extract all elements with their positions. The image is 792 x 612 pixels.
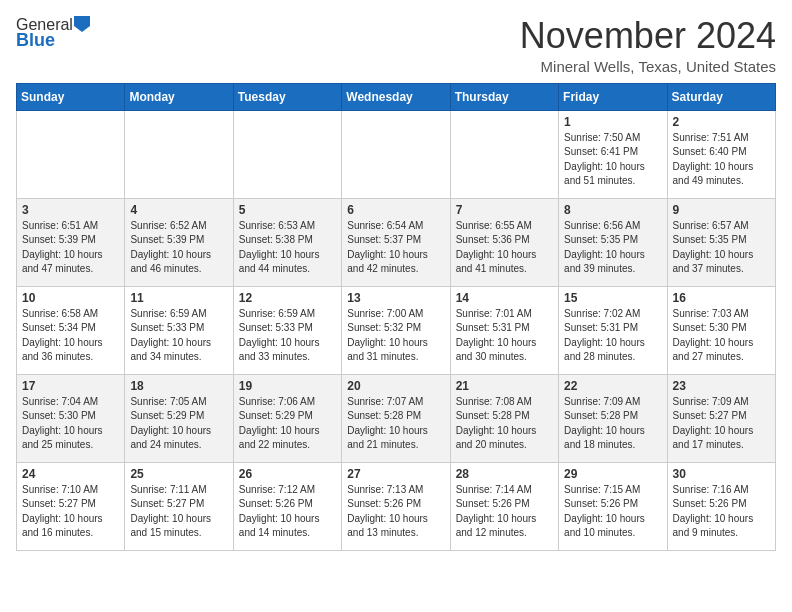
day-info: Sunrise: 7:51 AMSunset: 6:40 PMDaylight:…	[673, 131, 770, 189]
day-number: 23	[673, 379, 770, 393]
weekday-header-cell: Thursday	[450, 83, 558, 110]
calendar-day-cell: 7Sunrise: 6:55 AMSunset: 5:36 PMDaylight…	[450, 198, 558, 286]
day-number: 6	[347, 203, 444, 217]
day-number: 5	[239, 203, 336, 217]
calendar-week-row: 17Sunrise: 7:04 AMSunset: 5:30 PMDayligh…	[17, 374, 776, 462]
day-info: Sunrise: 7:11 AMSunset: 5:27 PMDaylight:…	[130, 483, 227, 541]
day-number: 10	[22, 291, 119, 305]
day-number: 24	[22, 467, 119, 481]
day-info: Sunrise: 7:50 AMSunset: 6:41 PMDaylight:…	[564, 131, 661, 189]
day-info: Sunrise: 6:59 AMSunset: 5:33 PMDaylight:…	[130, 307, 227, 365]
calendar-day-cell: 8Sunrise: 6:56 AMSunset: 5:35 PMDaylight…	[559, 198, 667, 286]
day-info: Sunrise: 6:54 AMSunset: 5:37 PMDaylight:…	[347, 219, 444, 277]
day-info: Sunrise: 6:52 AMSunset: 5:39 PMDaylight:…	[130, 219, 227, 277]
calendar-day-cell	[17, 110, 125, 198]
day-info: Sunrise: 6:59 AMSunset: 5:33 PMDaylight:…	[239, 307, 336, 365]
logo: General Blue	[16, 16, 90, 51]
day-info: Sunrise: 7:16 AMSunset: 5:26 PMDaylight:…	[673, 483, 770, 541]
month-title: November 2024	[520, 16, 776, 56]
day-number: 21	[456, 379, 553, 393]
weekday-header-cell: Saturday	[667, 83, 775, 110]
day-number: 4	[130, 203, 227, 217]
day-number: 14	[456, 291, 553, 305]
calendar-day-cell: 26Sunrise: 7:12 AMSunset: 5:26 PMDayligh…	[233, 462, 341, 550]
day-number: 9	[673, 203, 770, 217]
page-header: General Blue November 2024 Mineral Wells…	[16, 16, 776, 75]
day-info: Sunrise: 7:03 AMSunset: 5:30 PMDaylight:…	[673, 307, 770, 365]
calendar-day-cell: 9Sunrise: 6:57 AMSunset: 5:35 PMDaylight…	[667, 198, 775, 286]
calendar-day-cell: 19Sunrise: 7:06 AMSunset: 5:29 PMDayligh…	[233, 374, 341, 462]
weekday-header-cell: Tuesday	[233, 83, 341, 110]
day-info: Sunrise: 6:53 AMSunset: 5:38 PMDaylight:…	[239, 219, 336, 277]
calendar-day-cell: 17Sunrise: 7:04 AMSunset: 5:30 PMDayligh…	[17, 374, 125, 462]
calendar-week-row: 1Sunrise: 7:50 AMSunset: 6:41 PMDaylight…	[17, 110, 776, 198]
day-info: Sunrise: 7:05 AMSunset: 5:29 PMDaylight:…	[130, 395, 227, 453]
day-number: 18	[130, 379, 227, 393]
day-info: Sunrise: 6:57 AMSunset: 5:35 PMDaylight:…	[673, 219, 770, 277]
day-number: 15	[564, 291, 661, 305]
calendar-day-cell: 4Sunrise: 6:52 AMSunset: 5:39 PMDaylight…	[125, 198, 233, 286]
calendar-day-cell: 23Sunrise: 7:09 AMSunset: 5:27 PMDayligh…	[667, 374, 775, 462]
day-number: 8	[564, 203, 661, 217]
day-number: 28	[456, 467, 553, 481]
calendar-day-cell: 27Sunrise: 7:13 AMSunset: 5:26 PMDayligh…	[342, 462, 450, 550]
day-info: Sunrise: 7:07 AMSunset: 5:28 PMDaylight:…	[347, 395, 444, 453]
day-info: Sunrise: 6:51 AMSunset: 5:39 PMDaylight:…	[22, 219, 119, 277]
svg-marker-0	[74, 16, 90, 32]
day-number: 1	[564, 115, 661, 129]
calendar-day-cell: 15Sunrise: 7:02 AMSunset: 5:31 PMDayligh…	[559, 286, 667, 374]
day-number: 11	[130, 291, 227, 305]
location-subtitle: Mineral Wells, Texas, United States	[520, 58, 776, 75]
calendar-day-cell: 25Sunrise: 7:11 AMSunset: 5:27 PMDayligh…	[125, 462, 233, 550]
calendar-day-cell: 14Sunrise: 7:01 AMSunset: 5:31 PMDayligh…	[450, 286, 558, 374]
day-info: Sunrise: 7:04 AMSunset: 5:30 PMDaylight:…	[22, 395, 119, 453]
calendar-week-row: 10Sunrise: 6:58 AMSunset: 5:34 PMDayligh…	[17, 286, 776, 374]
calendar-day-cell: 21Sunrise: 7:08 AMSunset: 5:28 PMDayligh…	[450, 374, 558, 462]
day-number: 7	[456, 203, 553, 217]
calendar-day-cell: 24Sunrise: 7:10 AMSunset: 5:27 PMDayligh…	[17, 462, 125, 550]
calendar-day-cell: 2Sunrise: 7:51 AMSunset: 6:40 PMDaylight…	[667, 110, 775, 198]
day-number: 19	[239, 379, 336, 393]
calendar-day-cell	[233, 110, 341, 198]
day-number: 2	[673, 115, 770, 129]
day-number: 17	[22, 379, 119, 393]
day-number: 20	[347, 379, 444, 393]
calendar-day-cell	[342, 110, 450, 198]
day-number: 16	[673, 291, 770, 305]
day-number: 22	[564, 379, 661, 393]
calendar-day-cell: 10Sunrise: 6:58 AMSunset: 5:34 PMDayligh…	[17, 286, 125, 374]
calendar-week-row: 24Sunrise: 7:10 AMSunset: 5:27 PMDayligh…	[17, 462, 776, 550]
calendar-day-cell: 20Sunrise: 7:07 AMSunset: 5:28 PMDayligh…	[342, 374, 450, 462]
calendar-day-cell: 1Sunrise: 7:50 AMSunset: 6:41 PMDaylight…	[559, 110, 667, 198]
day-info: Sunrise: 7:00 AMSunset: 5:32 PMDaylight:…	[347, 307, 444, 365]
day-number: 27	[347, 467, 444, 481]
weekday-header-cell: Monday	[125, 83, 233, 110]
title-area: November 2024 Mineral Wells, Texas, Unit…	[520, 16, 776, 75]
calendar-day-cell: 29Sunrise: 7:15 AMSunset: 5:26 PMDayligh…	[559, 462, 667, 550]
day-number: 13	[347, 291, 444, 305]
calendar-day-cell: 12Sunrise: 6:59 AMSunset: 5:33 PMDayligh…	[233, 286, 341, 374]
calendar-day-cell: 6Sunrise: 6:54 AMSunset: 5:37 PMDaylight…	[342, 198, 450, 286]
day-number: 25	[130, 467, 227, 481]
logo-blue-text: Blue	[16, 30, 55, 51]
day-number: 30	[673, 467, 770, 481]
day-info: Sunrise: 6:58 AMSunset: 5:34 PMDaylight:…	[22, 307, 119, 365]
weekday-header-cell: Sunday	[17, 83, 125, 110]
day-info: Sunrise: 7:13 AMSunset: 5:26 PMDaylight:…	[347, 483, 444, 541]
day-info: Sunrise: 7:09 AMSunset: 5:27 PMDaylight:…	[673, 395, 770, 453]
day-info: Sunrise: 6:56 AMSunset: 5:35 PMDaylight:…	[564, 219, 661, 277]
weekday-header-cell: Friday	[559, 83, 667, 110]
day-info: Sunrise: 7:02 AMSunset: 5:31 PMDaylight:…	[564, 307, 661, 365]
calendar-day-cell: 30Sunrise: 7:16 AMSunset: 5:26 PMDayligh…	[667, 462, 775, 550]
day-info: Sunrise: 7:09 AMSunset: 5:28 PMDaylight:…	[564, 395, 661, 453]
day-info: Sunrise: 7:15 AMSunset: 5:26 PMDaylight:…	[564, 483, 661, 541]
weekday-header-cell: Wednesday	[342, 83, 450, 110]
day-number: 12	[239, 291, 336, 305]
calendar-day-cell: 28Sunrise: 7:14 AMSunset: 5:26 PMDayligh…	[450, 462, 558, 550]
day-number: 3	[22, 203, 119, 217]
calendar-day-cell: 5Sunrise: 6:53 AMSunset: 5:38 PMDaylight…	[233, 198, 341, 286]
calendar-day-cell: 18Sunrise: 7:05 AMSunset: 5:29 PMDayligh…	[125, 374, 233, 462]
day-info: Sunrise: 7:14 AMSunset: 5:26 PMDaylight:…	[456, 483, 553, 541]
day-info: Sunrise: 7:01 AMSunset: 5:31 PMDaylight:…	[456, 307, 553, 365]
day-info: Sunrise: 6:55 AMSunset: 5:36 PMDaylight:…	[456, 219, 553, 277]
